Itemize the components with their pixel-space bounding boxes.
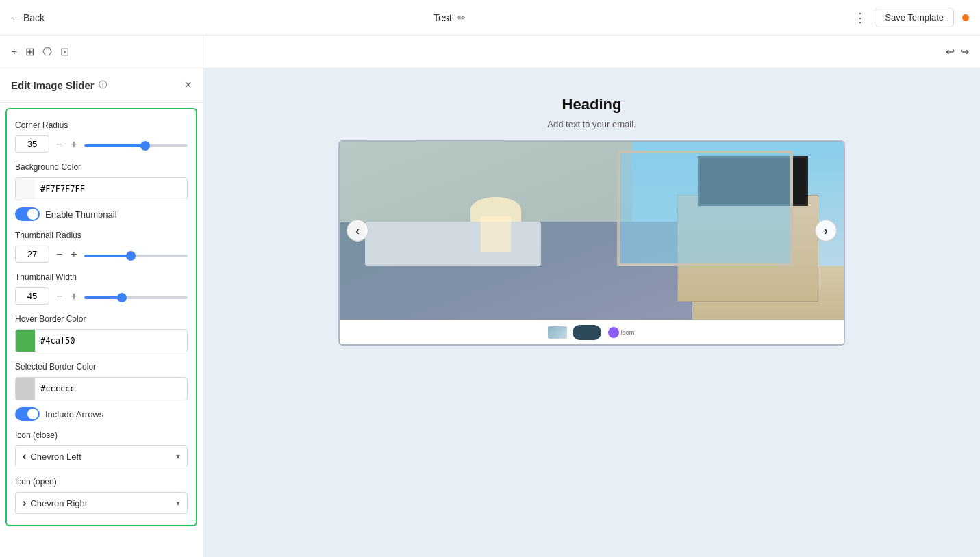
panel-title-text: Edit Image Slider (11, 79, 95, 91)
selected-border-color-label: Selected Border Color (15, 362, 188, 372)
chevron-right-icon: › (23, 497, 26, 509)
hover-border-color-label: Hover Border Color (15, 314, 188, 324)
chevron-left-icon: ‹ (23, 450, 26, 463)
thumbnail-1[interactable] (546, 325, 568, 340)
slider-prev-icon: ‹ (355, 224, 360, 238)
icon-open-label: Icon (open) (15, 477, 188, 487)
icon-close-dropdown[interactable]: ‹ Chevron Left ▾ (15, 445, 188, 467)
topbar-right: ⋮ Save Template (854, 8, 969, 27)
arrows-toggle-track (15, 407, 40, 421)
corner-radius-increment[interactable]: + (69, 138, 78, 151)
secondary-toolbar: + ⊞ ⎔ ⊡ ↩ ↪ (0, 36, 980, 68)
toggle-track (15, 207, 40, 221)
include-arrows-label: Include Arrows (45, 409, 103, 419)
edit-title-icon[interactable]: ✏ (457, 12, 466, 23)
icon-open-chevron-icon: ▾ (176, 498, 180, 508)
back-arrow-icon: ← (11, 12, 21, 23)
loom-label: loom (621, 329, 635, 336)
page-title: Test (433, 12, 452, 23)
icon-close-text: Chevron Left (30, 452, 81, 462)
corner-radius-slider-container (84, 139, 188, 149)
selected-border-color-input[interactable] (35, 381, 187, 396)
thumbnail-3-loom: loom (605, 326, 638, 339)
background-color-row[interactable] (15, 177, 188, 200)
enable-thumbnail-row: Enable Thumbnail (15, 207, 188, 221)
back-label: Back (23, 12, 45, 23)
slider-prev-button[interactable]: ‹ (347, 220, 368, 242)
slider-thumbnails: loom (340, 320, 844, 344)
topbar: ← Back Test ✏ ⋮ Save Template (0, 0, 980, 36)
thumbnail-radius-input[interactable] (15, 246, 49, 263)
panel-close-button[interactable]: × (184, 78, 192, 92)
thumbnail-2-oval[interactable] (573, 325, 601, 340)
selected-border-color-swatch[interactable] (16, 378, 35, 400)
selected-border-color-row[interactable] (15, 377, 188, 400)
thumbnail-width-label: Thumbnail Width (15, 272, 188, 282)
layers-icon[interactable]: ⊞ (25, 45, 34, 58)
thumbnail-width-slider-container (84, 291, 188, 301)
email-section: Heading Add text to your email. (325, 82, 859, 359)
panel-header: Edit Image Slider ⓘ × (0, 68, 203, 103)
thumbnail-radius-row: − + (15, 246, 188, 263)
email-body: Heading Add text to your email. (325, 82, 859, 359)
icon-open-text: Chevron Right (30, 498, 87, 508)
slider-next-icon: › (824, 224, 828, 238)
more-options-button[interactable]: ⋮ (854, 10, 866, 25)
canvas-area: Heading Add text to your email. (203, 68, 980, 557)
thumbnail-radius-increment[interactable]: + (69, 248, 78, 261)
corner-radius-input[interactable] (15, 135, 49, 153)
filter-icon[interactable]: ⎔ (42, 45, 52, 58)
right-toolbar: ↩ ↪ (203, 36, 980, 68)
thumbnail-width-slider[interactable] (84, 296, 188, 299)
corner-radius-decrement[interactable]: − (55, 138, 64, 151)
include-arrows-row: Include Arrows (15, 407, 188, 421)
hover-border-color-row[interactable] (15, 329, 188, 352)
panel-content-bordered: Corner Radius − + Background Color (5, 108, 197, 526)
info-icon[interactable]: ⓘ (99, 79, 107, 91)
notification-dot (962, 14, 969, 21)
main-content: Edit Image Slider ⓘ × Corner Radius − + … (0, 68, 980, 557)
panel-title: Edit Image Slider ⓘ (11, 79, 107, 91)
arrows-toggle-thumb (27, 409, 38, 419)
save-icon[interactable]: ⊡ (60, 45, 69, 58)
thumbnail-width-input[interactable] (15, 287, 49, 305)
undo-button[interactable]: ↩ (946, 45, 955, 58)
enable-thumbnail-toggle[interactable] (15, 207, 40, 221)
topbar-left: ← Back (11, 12, 45, 23)
back-button[interactable]: ← Back (11, 12, 45, 23)
email-wrapper: Heading Add text to your email. (203, 68, 980, 387)
image-slider-preview: ‹ › (338, 140, 845, 346)
background-color-input[interactable] (35, 181, 187, 196)
left-toolbar: + ⊞ ⎔ ⊡ (0, 36, 203, 68)
redo-button[interactable]: ↪ (960, 45, 969, 58)
thumbnail-width-decrement[interactable]: − (55, 290, 64, 302)
corner-radius-row: − + (15, 135, 188, 153)
thumbnail-width-increment[interactable]: + (69, 290, 78, 302)
email-subtext: Add text to your email. (338, 119, 845, 129)
left-panel: Edit Image Slider ⓘ × Corner Radius − + … (0, 68, 203, 557)
icon-close-value: ‹ Chevron Left (23, 450, 81, 463)
thumbnail-radius-decrement[interactable]: − (55, 248, 64, 261)
thumbnail-radius-slider[interactable] (84, 255, 188, 257)
include-arrows-toggle[interactable] (15, 407, 40, 421)
thumbnail-width-row: − + (15, 287, 188, 305)
corner-radius-label: Corner Radius (15, 120, 188, 130)
icon-open-dropdown[interactable]: › Chevron Right ▾ (15, 492, 188, 514)
save-template-button[interactable]: Save Template (875, 8, 954, 27)
toggle-thumb (27, 209, 38, 220)
icon-close-chevron-icon: ▾ (176, 452, 180, 461)
slider-next-button[interactable]: › (815, 220, 837, 242)
corner-radius-slider[interactable] (84, 144, 188, 147)
email-container: Heading Add text to your email. (325, 82, 859, 359)
loom-icon (608, 327, 619, 338)
background-color-label: Background Color (15, 162, 188, 172)
enable-thumbnail-label: Enable Thumbnail (45, 209, 117, 220)
thumbnail-radius-slider-container (84, 249, 188, 259)
email-heading: Heading (338, 96, 845, 114)
add-element-icon[interactable]: + (11, 46, 17, 58)
hover-border-color-input[interactable] (35, 333, 187, 348)
background-color-swatch[interactable] (16, 178, 35, 200)
hover-border-color-swatch[interactable] (16, 330, 35, 352)
topbar-center: Test ✏ (433, 12, 466, 23)
thumbnail-radius-label: Thumbnail Radius (15, 231, 188, 240)
